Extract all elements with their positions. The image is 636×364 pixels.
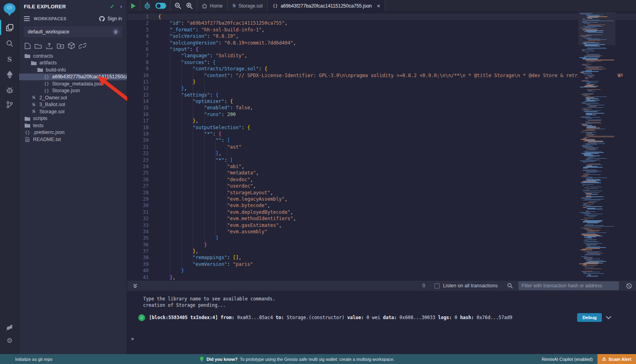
editor-line[interactable]: 20 "": [	[127, 137, 636, 143]
new-folder-icon[interactable]	[35, 43, 42, 49]
editor-line[interactable]: 40 }	[127, 267, 636, 274]
tree-item[interactable]: SStorage.sol	[19, 108, 127, 115]
git-init-status[interactable]: Initialize as git repo	[15, 357, 52, 362]
cube-icon[interactable]	[68, 42, 75, 49]
terminal-body[interactable]: Type the library name to see available c…	[127, 291, 636, 354]
settings-gear-icon[interactable]: ⚙	[0, 334, 19, 347]
remixai-robot-icon[interactable]	[144, 2, 151, 9]
minimap[interactable]	[578, 12, 615, 280]
tree-item[interactable]: {}Storage.json	[19, 87, 127, 95]
tree-item[interactable]: contracts	[19, 52, 127, 60]
workspace-select[interactable]: default_workspace	[24, 26, 122, 37]
editor-line[interactable]: 31 "evm.deployedBytecode",	[127, 209, 636, 215]
solidity-compiler-icon[interactable]: S	[0, 52, 19, 66]
transaction-filter-input[interactable]	[518, 281, 619, 290]
tab-home[interactable]: Home	[197, 0, 228, 12]
editor-line[interactable]: 2 "id": "a69b43f277ba20fcac141151250ca75…	[127, 20, 636, 26]
editor-line[interactable]: 10 "content": "// SPDX-License-Identifie…	[127, 72, 636, 79]
editor-line[interactable]: 24 "abi",	[127, 163, 636, 170]
listen-all-transactions-checkbox[interactable]	[434, 283, 440, 288]
file-icon	[25, 137, 29, 142]
listen-all-transactions-label[interactable]: Listen on all transactions	[443, 283, 498, 288]
debugger-icon[interactable]	[0, 83, 19, 97]
editor-line[interactable]: 26 "devdoc",	[127, 176, 636, 183]
editor-line[interactable]: 21 "ast"	[127, 144, 636, 150]
close-tab-icon[interactable]: ×	[377, 3, 380, 9]
deploy-run-icon[interactable]	[0, 68, 19, 81]
chevron-right-icon[interactable]: ›	[120, 3, 122, 10]
tree-item[interactable]: S3_Ballot.sol	[19, 101, 127, 108]
git-icon[interactable]	[0, 98, 19, 111]
editor-line[interactable]: 23 "*": [	[127, 157, 636, 163]
editor-line[interactable]: 7 "language": "Solidity",	[127, 52, 636, 59]
editor-line[interactable]: 38 "remappings": [],	[127, 254, 636, 261]
tree-item[interactable]: README.txt	[19, 136, 127, 143]
link-icon[interactable]	[79, 43, 86, 49]
code-editor[interactable]: 1{2 "id": "a69b43f277ba20fcac141151250ca…	[127, 12, 636, 280]
editor-line[interactable]: 6 "input": {	[127, 46, 636, 52]
tx-expand-chevron-icon[interactable]	[606, 316, 611, 319]
editor-line[interactable]: 3 "_format": "hh-sol-build-info-1",	[127, 27, 636, 33]
plugin-manager-icon[interactable]	[0, 321, 19, 335]
editor-line[interactable]: 25 "metadata",	[127, 170, 636, 176]
editor-line[interactable]: 30 "evm.bytecode",	[127, 202, 636, 209]
copilot-status[interactable]: RemixAI Copilot (enabled)	[542, 357, 593, 362]
editor-line[interactable]: 17 },	[127, 118, 636, 124]
editor-line[interactable]: 35 ]	[127, 235, 636, 241]
copilot-toggle[interactable]	[155, 3, 166, 9]
editor-line[interactable]: 27 "userdoc",	[127, 183, 636, 189]
editor-line[interactable]: 36 }	[127, 242, 636, 248]
upload-folder-icon[interactable]	[57, 43, 64, 49]
editor-line[interactable]: 12 },	[127, 85, 636, 91]
upload-file-icon[interactable]	[46, 43, 53, 49]
zoom-out-icon[interactable]	[175, 2, 181, 9]
zoom-in-icon[interactable]	[186, 2, 193, 9]
folder-icon	[25, 116, 30, 121]
editor-line[interactable]: 14 "optimizer": {	[127, 98, 636, 105]
tree-item[interactable]: scripts	[19, 115, 127, 122]
github-sign-in-button[interactable]: Sign in	[99, 16, 122, 21]
editor-line[interactable]: 11 }	[127, 79, 636, 85]
editor-line[interactable]: 32 "evm.methodIdentifiers",	[127, 215, 636, 222]
tree-item[interactable]: artifacts	[19, 60, 127, 67]
tree-item[interactable]: S2_Owner.sol	[19, 94, 127, 101]
editor-line[interactable]: 29 "evm.legacyAssembly",	[127, 196, 636, 202]
tab-a69b43f277ba20fcac141151250ca755-json[interactable]: {}a69b43f277ba20fcac141151250ca755.json×	[268, 0, 386, 12]
debug-button[interactable]: Debug	[577, 313, 602, 322]
editor-line[interactable]: 13 "settings": {	[127, 92, 636, 98]
terminal-prompt[interactable]: >	[131, 336, 134, 342]
workspaces-menu-icon[interactable]	[24, 16, 30, 21]
editor-line[interactable]: 28 "storageLayout",	[127, 190, 636, 196]
tab-storage-sol[interactable]: SStorage.sol	[228, 0, 268, 12]
tree-item[interactable]: {}Storage_metadata.json	[19, 80, 127, 87]
transaction-row[interactable]: ✓ [block:5583405 txIndex:4] from: 0xa03.…	[138, 313, 611, 322]
editor-line[interactable]: 33 "evm.gasEstimates",	[127, 222, 636, 228]
collapse-terminal-icon[interactable]	[133, 283, 138, 288]
editor-line[interactable]: 4 "solcVersion": "0.8.19",	[127, 33, 636, 39]
editor-line[interactable]: 9 "contracts/Storage.sol": {	[127, 66, 636, 72]
editor-line[interactable]: 39 "evmVersion": "paris"	[127, 261, 636, 267]
scam-alert-badge[interactable]: ⚠ Scam Alert	[597, 354, 636, 364]
clear-console-icon[interactable]	[626, 283, 632, 289]
editor-line[interactable]: 18 "outputSelection": {	[127, 124, 636, 131]
editor-line[interactable]: 37 },	[127, 248, 636, 254]
tree-item[interactable]: build-info	[19, 66, 127, 74]
file-explorer-icon[interactable]	[0, 21, 19, 34]
tree-item[interactable]: {}.prettierrc.json	[19, 129, 127, 136]
editor-line[interactable]: 15 "enabled": false,	[127, 105, 636, 111]
run-script-button[interactable]	[131, 3, 136, 9]
editor-line[interactable]: 5 "solcLongVersion": "0.8.19+commit.7dd6…	[127, 40, 636, 46]
remix-logo-icon[interactable]	[0, 2, 19, 16]
editor-line[interactable]: 16 "runs": 200	[127, 111, 636, 118]
search-icon[interactable]	[0, 37, 19, 50]
tree-item[interactable]: {}a69b43f277ba20fcac141151250ca7...	[19, 74, 127, 81]
editor-line[interactable]: 1{	[127, 14, 636, 20]
tx-summary: [block:5583405 txIndex:4] from: 0xa03...…	[149, 315, 573, 320]
editor-line[interactable]: 19 "*": {	[127, 131, 636, 137]
editor-line[interactable]: 41 },	[127, 274, 636, 280]
new-file-icon[interactable]	[25, 43, 31, 49]
editor-line[interactable]: 34 "evm.assembly"	[127, 228, 636, 235]
editor-line[interactable]: 8 "sources": {	[127, 59, 636, 66]
editor-line[interactable]: 22 ],	[127, 150, 636, 157]
tree-item[interactable]: tests	[19, 122, 127, 129]
